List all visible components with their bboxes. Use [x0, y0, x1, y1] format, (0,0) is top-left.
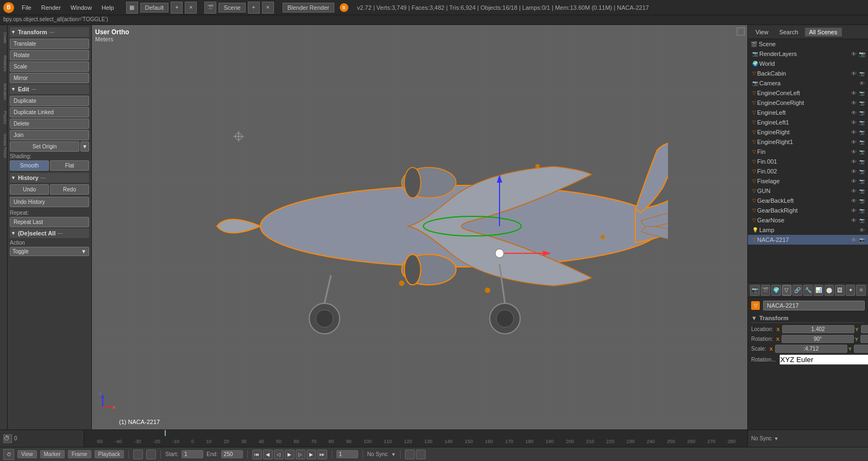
smooth-btn[interactable]: Smooth — [10, 160, 49, 171]
sc-y-field[interactable] — [854, 345, 868, 353]
eye-ecr[interactable]: 👁 — [850, 99, 858, 107]
rotation-type-select[interactable]: ▼ — [779, 354, 868, 365]
join-btn[interactable]: Join — [10, 130, 89, 140]
render-el[interactable]: 📷 — [858, 109, 866, 116]
layout-icon-btn[interactable]: ▦ — [126, 2, 138, 14]
rotate-btn[interactable]: Rotate — [10, 50, 89, 60]
rot-x-field[interactable] — [782, 335, 854, 343]
outliner-gun[interactable]: ▽ GUN 👁 📷 — [748, 186, 868, 196]
eye-camera[interactable]: 👁 — [858, 79, 866, 87]
toggle-select[interactable]: Toggle ▼ — [10, 247, 89, 256]
footer-view-btn[interactable]: View — [17, 450, 37, 458]
end-field[interactable] — [221, 450, 243, 458]
render-naca[interactable]: 📷 — [858, 236, 866, 244]
tool-physics[interactable]: Physics — [1, 107, 7, 128]
eye-naca[interactable]: 👁 — [850, 236, 858, 244]
loc-x-field[interactable] — [782, 325, 854, 333]
eye-backcabin[interactable]: 👁 — [850, 70, 858, 77]
outliner-engineleft1[interactable]: ▽ EngineLeft1 👁 📷 — [748, 117, 868, 127]
scene-del-btn[interactable]: × — [262, 2, 274, 14]
render-gn[interactable]: 📷 — [858, 216, 866, 224]
maximize-btn[interactable] — [736, 27, 745, 37]
eye-er[interactable]: 👁 — [850, 128, 858, 136]
render-gun[interactable]: 📷 — [858, 187, 866, 195]
outliner-renderlayers[interactable]: 📷 RenderLayers 👁 📷 — [748, 49, 868, 59]
tool-relations[interactable]: Relations — [1, 50, 7, 77]
props-tab-data[interactable]: 📊 — [814, 285, 823, 296]
undo-history-btn[interactable]: Undo History — [10, 197, 89, 207]
outliner-backcabin[interactable]: ▽ BackCabin 👁 📷 — [748, 68, 868, 78]
loc-y-field[interactable] — [861, 325, 868, 333]
eye-gn[interactable]: 👁 — [850, 216, 858, 224]
render-fin002[interactable]: 📷 — [858, 167, 866, 175]
props-tab-particles[interactable]: ✦ — [846, 285, 855, 296]
redo-btn[interactable]: Redo — [50, 184, 89, 195]
outliner-engineright1[interactable]: ▽ EngineRight1 👁 📷 — [748, 137, 868, 147]
skip-to-start-btn[interactable]: ⏮ — [252, 450, 262, 459]
tool-animation[interactable]: Animation — [1, 78, 7, 105]
render-fiselage[interactable]: 📷 — [858, 177, 866, 185]
outliner-engineright[interactable]: ▽ EngineRight 👁 📷 — [748, 127, 868, 137]
sc-x-field[interactable] — [775, 345, 847, 353]
eye-fin[interactable]: 👁 — [850, 148, 858, 155]
duplicate-linked-btn[interactable]: Duplicate Linked — [10, 107, 89, 117]
set-origin-btn[interactable]: Set Origin — [10, 141, 79, 152]
footer-playback-btn[interactable]: Playback — [95, 450, 124, 458]
props-obj-name-field[interactable] — [763, 301, 865, 310]
layout-add-btn[interactable]: + — [171, 2, 183, 14]
props-tab-world[interactable]: 🌍 — [771, 285, 781, 296]
outliner-fin002[interactable]: ▽ Fin.002 👁 📷 — [748, 166, 868, 176]
eye-el[interactable]: 👁 — [850, 109, 858, 116]
props-tab-modifier[interactable]: 🔧 — [803, 285, 813, 296]
outliner-gearbackleft[interactable]: ▽ GearBackLeft 👁 📷 — [748, 196, 868, 205]
props-tab-material[interactable]: ⬤ — [825, 285, 834, 296]
eye-er1[interactable]: 👁 — [850, 138, 858, 146]
scene-row[interactable]: 🎬 Scene — [748, 39, 868, 49]
eye-fin002[interactable]: 👁 — [850, 167, 858, 175]
render-el1[interactable]: 📷 — [858, 119, 866, 126]
viewport[interactable]: User Ortho Meters — [92, 25, 747, 429]
eye-ecl[interactable]: 👁 — [850, 89, 858, 97]
transform-section-header[interactable]: ▼ Transform — — [10, 27, 89, 37]
rp-tab-search[interactable]: Search — [775, 28, 803, 36]
outliner-naca2217[interactable]: ▽ NACA-2217 👁 📷 — [748, 235, 868, 245]
next-frame-btn[interactable]: ▶ — [307, 450, 316, 459]
scene-name[interactable]: Scene — [218, 3, 245, 13]
outliner-engineleft[interactable]: ▽ EngineLeft 👁 📷 — [748, 108, 868, 117]
props-tab-physics[interactable]: ⚛ — [856, 285, 866, 296]
layout-name[interactable]: Default — [140, 3, 169, 13]
deselect-pin[interactable]: — — [58, 230, 63, 236]
blender-logo[interactable]: B — [3, 2, 14, 13]
tool-grease[interactable]: Grease Pencil — [1, 129, 7, 162]
flat-btn[interactable]: Flat — [50, 160, 89, 171]
render-gbr[interactable]: 📷 — [858, 207, 866, 214]
mirror-btn[interactable]: Mirror — [10, 73, 89, 83]
timeline-main[interactable]: -50 -40 -30 -20 -10 0 10 20 30 40 50 60 … — [84, 430, 747, 447]
scale-btn[interactable]: Scale — [10, 61, 89, 72]
menu-render[interactable]: Render — [37, 3, 65, 12]
menu-help[interactable]: Help — [97, 3, 118, 12]
props-tab-render[interactable]: 📷 — [750, 285, 760, 296]
render-fin[interactable]: 📷 — [858, 148, 866, 155]
render-er[interactable]: 📷 — [858, 128, 866, 136]
render-renderlayers[interactable]: 📷 — [858, 50, 866, 58]
undo-btn[interactable]: Undo — [10, 184, 49, 195]
timeline-icon[interactable]: ⏱ — [3, 434, 12, 443]
transform-pin[interactable]: — — [49, 29, 54, 35]
outliner-camera[interactable]: 📷 Camera 👁 — [748, 78, 868, 88]
start-field[interactable] — [182, 450, 203, 458]
rp-tab-allscenes[interactable]: All Scenes — [805, 28, 842, 36]
rot-y-field[interactable] — [860, 335, 868, 343]
outliner-fiselage[interactable]: ▽ Fiselage 👁 📷 — [748, 176, 868, 186]
render-gbl[interactable]: 📷 — [858, 197, 866, 204]
edit-section-header[interactable]: ▼ Edit — — [10, 84, 89, 94]
render-backcabin[interactable]: 📷 — [858, 70, 866, 77]
footer-speaker-btn[interactable] — [416, 450, 426, 459]
repeat-last-btn[interactable]: Repeat Last — [10, 217, 89, 227]
outliner-lamp[interactable]: 💡 Lamp 👁 — [748, 225, 868, 235]
rotation-type-field[interactable] — [779, 354, 868, 365]
outliner-world[interactable]: 🌍 World — [748, 59, 868, 68]
duplicate-btn[interactable]: Duplicate — [10, 96, 89, 106]
props-tab-constraint[interactable]: 🔗 — [792, 285, 802, 296]
history-pin[interactable]: — — [41, 175, 46, 180]
